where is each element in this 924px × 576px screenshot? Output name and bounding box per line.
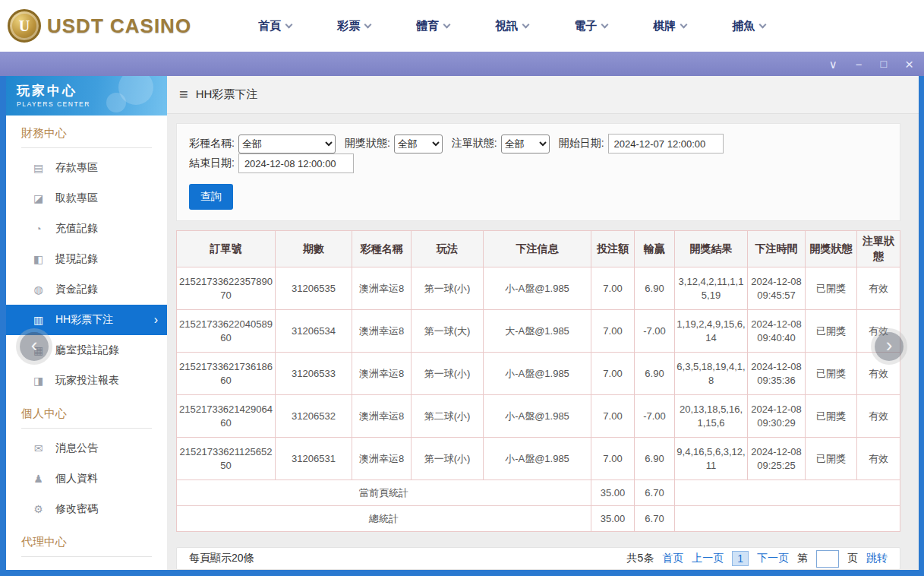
logo-coin-icon: U (8, 9, 41, 43)
logo-text: USDT CASINO (47, 14, 191, 38)
table-cell: 7.00 (591, 395, 635, 438)
end-date-input[interactable] (238, 153, 354, 173)
funds-record-icon: ◍ (32, 283, 45, 296)
sidebar-item-withdraw[interactable]: ◪取款專區 (6, 183, 167, 214)
gear-icon: ⚙ (32, 503, 45, 515)
window-controls: ∨ − □ × (829, 57, 913, 71)
nav-item-cards[interactable]: 棋牌 (630, 19, 709, 33)
order-status-select[interactable]: 全部 (501, 135, 550, 153)
total-summary-row: 總統計35.006.70 (177, 506, 900, 532)
current-page-button[interactable]: 1 (732, 551, 749, 566)
pagination-bar: 每頁顯示20條 共5条 首页 上一页 1 下一页 第 页 跳转 (176, 547, 900, 570)
filter-panel: 彩種名稱: 全部 開獎狀態: 全部 注單狀態: 全 (176, 123, 900, 221)
logo-coin-letter: U (19, 17, 30, 35)
main-content: ≡ HH彩票下注 彩種名稱: 全部 開獎狀態: 全部 (167, 76, 919, 570)
table-cell: 31206535 (276, 267, 352, 310)
sidebar-item-recharge-records[interactable]: ◔充值記錄 (6, 214, 167, 244)
nav-item-slots[interactable]: 電子 (551, 19, 630, 33)
sidebar-item-label: 提現記錄 (55, 252, 98, 266)
window-maximize-icon[interactable]: □ (880, 59, 886, 69)
table-cell: 已開獎 (806, 310, 857, 353)
nav-item-lottery[interactable]: 彩票 (314, 19, 393, 33)
content-header: ≡ HH彩票下注 (167, 76, 919, 114)
sidebar-item-messages[interactable]: ✉消息公告 (6, 433, 167, 464)
nav-item-label: 彩票 (337, 19, 360, 33)
table-cell: 澳洲幸运8 (352, 267, 412, 310)
sidebar-section-agent: 代理中心 (21, 535, 152, 557)
sidebar-section-finance: 財務中心 (21, 126, 152, 148)
table-cell: 2024-12-08 09:25:25 (748, 438, 806, 480)
table-cell: 6.90 (635, 353, 675, 395)
prev-page-link[interactable]: 上一页 (692, 552, 724, 565)
window-titlebar: ∨ − □ × (0, 52, 924, 76)
sidebar-item-withdrawal-records[interactable]: ◧提現記錄 (6, 244, 167, 274)
logo[interactable]: U USDT CASINO (8, 9, 191, 43)
sidebar-item-profile[interactable]: ♟個人資料 (6, 464, 167, 494)
nav-item-video[interactable]: 視訊 (472, 19, 551, 33)
sidebar-item-change-password[interactable]: ⚙修改密碼 (6, 494, 167, 524)
column-header: 訂單號 (177, 231, 276, 267)
table-cell: 2152173362112565250 (177, 438, 276, 480)
table-row: 215217336211256525031206531澳洲幸运8第一球(小)小-… (177, 438, 900, 480)
start-date-input[interactable] (608, 134, 724, 153)
column-header: 投注額 (591, 231, 635, 267)
nav-item-fishing[interactable]: 捕魚 (709, 19, 788, 33)
chevron-down-icon (759, 21, 767, 29)
table-cell (675, 506, 900, 532)
sidebar-item-deposit[interactable]: ▤存款專區 (6, 153, 167, 183)
sidebar-item-funds-records[interactable]: ◍資金記錄 (6, 274, 167, 305)
page-jump-input[interactable] (816, 550, 839, 568)
first-page-link[interactable]: 首页 (662, 552, 683, 565)
table-cell: 7.00 (591, 310, 635, 353)
table-cell: 第二球(小) (412, 395, 484, 438)
table-cell: 小-A盤@1.985 (484, 438, 591, 480)
table-cell: 2024-12-08 09:35:36 (748, 353, 806, 395)
table-cell (675, 480, 900, 506)
table-cell: 31206532 (276, 395, 352, 438)
table-cell: 澳洲幸运8 (352, 310, 412, 353)
table-cell: 9,4,16,5,6,3,12,11 (675, 438, 748, 480)
draw-status-select[interactable]: 全部 (394, 135, 443, 153)
nav-item-sports[interactable]: 體育 (393, 19, 472, 33)
table-cell: 6.90 (635, 267, 675, 310)
jump-button[interactable]: 跳转 (866, 552, 888, 565)
page-size-text: 每頁顯示20條 (189, 552, 254, 565)
sidebar-item-label: 取款專區 (55, 191, 98, 205)
menu-icon[interactable]: ≡ (179, 86, 188, 103)
nav-item-home[interactable]: 首頁 (235, 19, 314, 33)
table-cell: 已開獎 (806, 353, 857, 395)
table-cell: 2152173362235789070 (177, 267, 276, 310)
page-summary-row: 當前頁統計35.006.70 (177, 480, 900, 506)
column-header: 下注信息 (484, 231, 591, 267)
window-close-icon[interactable]: × (905, 57, 913, 71)
start-date-label: 開始日期: (559, 137, 604, 150)
table-cell: 6.70 (635, 480, 675, 506)
table-cell: 7.00 (591, 267, 635, 310)
table-cell: 總統計 (177, 506, 591, 532)
window-minimize-icon[interactable]: − (856, 59, 863, 70)
nav-item-label: 體育 (416, 19, 439, 33)
sidebar-item-label: 存款專區 (55, 161, 98, 175)
sidebar-item-label: 個人資料 (55, 472, 98, 486)
table-cell: 當前頁統計 (177, 480, 591, 506)
search-button[interactable]: 查詢 (189, 184, 233, 210)
table-cell: 有效 (857, 438, 900, 480)
column-header: 開獎狀態 (806, 231, 857, 267)
chevron-down-icon (443, 21, 451, 29)
sidebar-item-player-bet-report[interactable]: ◨玩家投注報表 (6, 366, 167, 396)
carousel-left-arrow[interactable]: ‹ (20, 332, 49, 361)
carousel-right-arrow[interactable]: › (875, 332, 904, 361)
table-cell: 小-A盤@1.985 (484, 267, 591, 310)
table-cell: -7.00 (635, 310, 675, 353)
table-cell: 第一球(小) (412, 267, 484, 310)
window-collapse-icon[interactable]: ∨ (829, 59, 837, 70)
table-header-row: 訂單號期數彩種名稱玩法下注信息投注額輸贏開獎結果下注時間開獎狀態注單狀態 (177, 231, 900, 267)
sidebar-item-hh-lottery-bets[interactable]: ▥HH彩票下注› (6, 305, 167, 335)
lottery-select[interactable]: 全部 (238, 135, 336, 153)
table-cell: 小-A盤@1.985 (484, 353, 591, 395)
table-row: 215217336217361866031206533澳洲幸运8第一球(小)小-… (177, 353, 900, 395)
next-page-link[interactable]: 下一页 (757, 552, 789, 565)
top-navigation: U USDT CASINO 首頁彩票體育視訊電子棋牌捕魚 (0, 0, 924, 52)
table-cell: 35.00 (591, 506, 635, 532)
table-row: 215217336220405896031206534澳洲幸运8第一球(大)大-… (177, 310, 900, 353)
